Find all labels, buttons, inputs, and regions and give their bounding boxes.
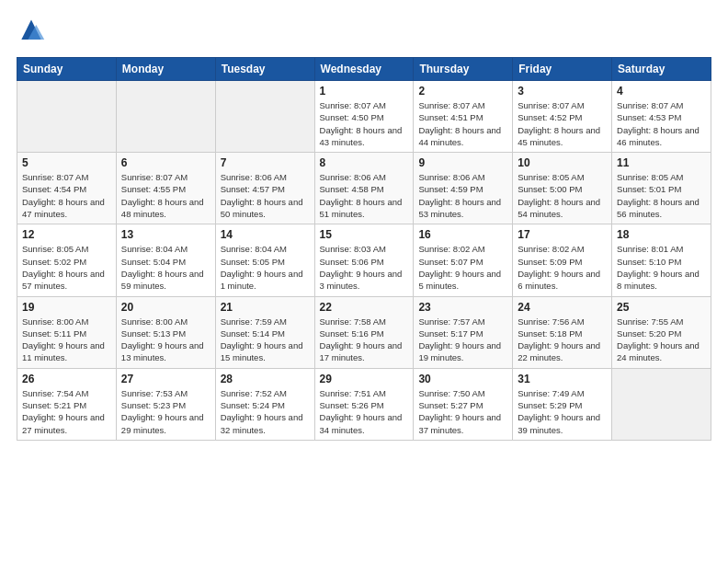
daylight-text: Daylight: 8 hours and 48 minutes. [121, 197, 204, 219]
daylight-text: Daylight: 9 hours and 15 minutes. [221, 340, 303, 362]
weekday-header-saturday: Saturday [612, 58, 711, 81]
daylight-text: Daylight: 8 hours and 46 minutes. [617, 125, 700, 147]
daylight-text: Daylight: 9 hours and 27 minutes. [22, 412, 105, 434]
day-info: Sunrise: 8:07 AMSunset: 4:53 PMDaylight:… [617, 99, 706, 148]
day-number: 31 [518, 373, 607, 385]
sunset-text: Sunset: 5:17 PM [418, 328, 483, 339]
day-info: Sunrise: 8:02 AMSunset: 5:07 PMDaylight:… [418, 243, 507, 292]
sunrise-text: Sunrise: 8:01 AM [617, 244, 683, 254]
empty-cell [17, 81, 117, 153]
day-cell-26: 26Sunrise: 7:54 AMSunset: 5:21 PMDayligh… [17, 368, 117, 440]
day-number: 19 [22, 301, 111, 314]
day-cell-19: 19Sunrise: 8:00 AMSunset: 5:11 PMDayligh… [17, 296, 117, 368]
day-cell-5: 5Sunrise: 8:07 AMSunset: 4:54 PMDaylight… [17, 153, 117, 224]
day-number: 10 [518, 156, 607, 169]
sunset-text: Sunset: 5:00 PM [518, 184, 582, 194]
daylight-text: Daylight: 9 hours and 32 minutes. [221, 412, 303, 434]
sunrise-text: Sunrise: 7:53 AM [121, 388, 188, 398]
daylight-text: Daylight: 9 hours and 17 minutes. [320, 340, 403, 362]
day-info: Sunrise: 8:05 AMSunset: 5:02 PMDaylight:… [22, 243, 111, 292]
sunset-text: Sunset: 5:11 PM [22, 328, 86, 339]
day-info: Sunrise: 7:50 AMSunset: 5:27 PMDaylight:… [418, 387, 507, 436]
day-number: 15 [320, 228, 409, 241]
sunrise-text: Sunrise: 7:51 AM [320, 388, 386, 398]
day-cell-11: 11Sunrise: 8:05 AMSunset: 5:01 PMDayligh… [612, 153, 711, 224]
day-cell-31: 31Sunrise: 7:49 AMSunset: 5:29 PMDayligh… [513, 368, 612, 440]
day-info: Sunrise: 7:58 AMSunset: 5:16 PMDaylight:… [320, 316, 409, 364]
sunrise-text: Sunrise: 8:05 AM [22, 244, 88, 254]
day-number: 16 [418, 228, 507, 241]
sunset-text: Sunset: 5:18 PM [518, 328, 582, 339]
day-cell-24: 24Sunrise: 7:56 AMSunset: 5:18 PMDayligh… [513, 296, 612, 368]
daylight-text: Daylight: 9 hours and 39 minutes. [518, 412, 600, 434]
day-number: 14 [221, 228, 310, 241]
sunrise-text: Sunrise: 7:59 AM [221, 316, 287, 327]
sunrise-text: Sunrise: 8:05 AM [617, 172, 683, 182]
day-info: Sunrise: 8:07 AMSunset: 4:52 PMDaylight:… [518, 99, 607, 148]
daylight-text: Daylight: 8 hours and 57 minutes. [22, 269, 105, 291]
day-number: 12 [22, 228, 111, 241]
logo-icon [17, 17, 46, 46]
daylight-text: Daylight: 8 hours and 47 minutes. [22, 197, 105, 219]
empty-cell [116, 81, 215, 153]
sunrise-text: Sunrise: 7:49 AM [518, 388, 584, 398]
sunrise-text: Sunrise: 8:02 AM [418, 244, 484, 254]
sunset-text: Sunset: 4:52 PM [518, 112, 582, 122]
weekday-header-thursday: Thursday [414, 58, 513, 81]
sunrise-text: Sunrise: 7:54 AM [22, 388, 88, 398]
sunrise-text: Sunrise: 8:07 AM [617, 100, 683, 110]
week-row-2: 5Sunrise: 8:07 AMSunset: 4:54 PMDaylight… [17, 153, 711, 224]
day-cell-8: 8Sunrise: 8:06 AMSunset: 4:58 PMDaylight… [314, 153, 414, 224]
sunrise-text: Sunrise: 8:04 AM [221, 244, 287, 254]
day-cell-27: 27Sunrise: 7:53 AMSunset: 5:23 PMDayligh… [116, 368, 215, 440]
sunset-text: Sunset: 4:53 PM [617, 112, 681, 122]
day-info: Sunrise: 8:06 AMSunset: 4:59 PMDaylight:… [418, 171, 507, 220]
day-info: Sunrise: 7:56 AMSunset: 5:18 PMDaylight:… [518, 316, 607, 364]
daylight-text: Daylight: 9 hours and 34 minutes. [320, 412, 403, 434]
daylight-text: Daylight: 8 hours and 50 minutes. [221, 197, 303, 219]
week-row-4: 19Sunrise: 8:00 AMSunset: 5:11 PMDayligh… [17, 296, 711, 368]
day-cell-1: 1Sunrise: 8:07 AMSunset: 4:50 PMDaylight… [314, 81, 414, 153]
daylight-text: Daylight: 9 hours and 29 minutes. [121, 412, 204, 434]
sunrise-text: Sunrise: 8:06 AM [418, 172, 484, 182]
sunrise-text: Sunrise: 8:00 AM [121, 316, 188, 327]
sunset-text: Sunset: 4:51 PM [418, 112, 483, 122]
sunrise-text: Sunrise: 8:02 AM [518, 244, 584, 254]
weekday-header-sunday: Sunday [17, 58, 117, 81]
day-info: Sunrise: 7:49 AMSunset: 5:29 PMDaylight:… [518, 387, 607, 436]
day-cell-14: 14Sunrise: 8:04 AMSunset: 5:05 PMDayligh… [215, 224, 314, 296]
day-number: 20 [121, 301, 210, 314]
day-number: 4 [617, 85, 706, 98]
day-number: 2 [418, 85, 507, 98]
sunrise-text: Sunrise: 8:07 AM [22, 172, 88, 182]
day-info: Sunrise: 8:02 AMSunset: 5:09 PMDaylight:… [518, 243, 607, 292]
day-number: 8 [320, 156, 409, 169]
daylight-text: Daylight: 8 hours and 56 minutes. [617, 197, 700, 219]
daylight-text: Daylight: 9 hours and 5 minutes. [418, 269, 501, 291]
day-number: 5 [22, 156, 111, 169]
day-number: 23 [418, 301, 507, 314]
day-info: Sunrise: 8:03 AMSunset: 5:06 PMDaylight:… [320, 243, 409, 292]
day-info: Sunrise: 8:07 AMSunset: 4:51 PMDaylight:… [418, 99, 507, 148]
day-info: Sunrise: 7:59 AMSunset: 5:14 PMDaylight:… [221, 316, 310, 364]
sunset-text: Sunset: 5:09 PM [518, 257, 582, 267]
sunset-text: Sunset: 5:10 PM [617, 257, 681, 267]
sunrise-text: Sunrise: 8:07 AM [418, 100, 484, 110]
day-info: Sunrise: 7:55 AMSunset: 5:20 PMDaylight:… [617, 316, 706, 364]
day-number: 29 [320, 373, 409, 385]
sunset-text: Sunset: 5:23 PM [121, 400, 186, 410]
day-number: 30 [418, 373, 507, 385]
day-number: 1 [320, 85, 409, 98]
week-row-3: 12Sunrise: 8:05 AMSunset: 5:02 PMDayligh… [17, 224, 711, 296]
day-cell-20: 20Sunrise: 8:00 AMSunset: 5:13 PMDayligh… [116, 296, 215, 368]
day-cell-23: 23Sunrise: 7:57 AMSunset: 5:17 PMDayligh… [414, 296, 513, 368]
sunset-text: Sunset: 5:20 PM [617, 328, 681, 339]
sunrise-text: Sunrise: 7:58 AM [320, 316, 386, 327]
day-cell-29: 29Sunrise: 7:51 AMSunset: 5:26 PMDayligh… [314, 368, 414, 440]
sunset-text: Sunset: 5:13 PM [121, 328, 186, 339]
day-info: Sunrise: 7:54 AMSunset: 5:21 PMDaylight:… [22, 387, 111, 436]
weekday-header-monday: Monday [116, 58, 215, 81]
daylight-text: Daylight: 8 hours and 59 minutes. [121, 269, 204, 291]
day-info: Sunrise: 7:51 AMSunset: 5:26 PMDaylight:… [320, 387, 409, 436]
day-number: 21 [221, 301, 310, 314]
